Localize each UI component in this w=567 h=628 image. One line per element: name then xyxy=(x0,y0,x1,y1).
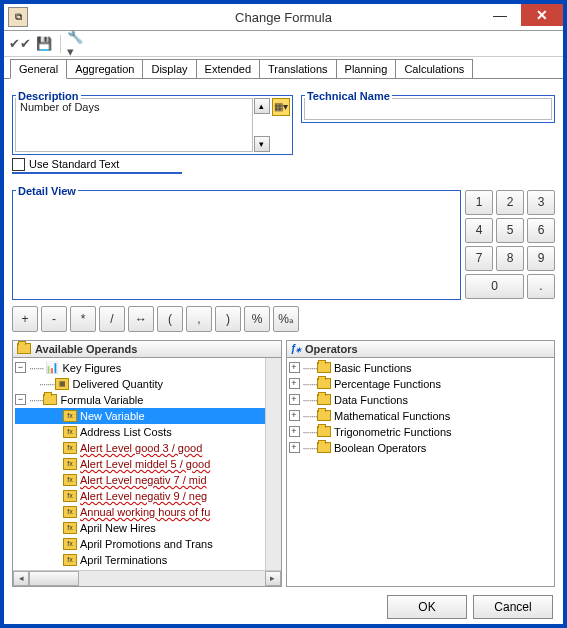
scroll-thumb[interactable] xyxy=(29,571,79,586)
available-operands-header: Available Operands xyxy=(13,341,281,358)
variable-icon: fx xyxy=(63,410,77,422)
variable-icon: fx xyxy=(63,458,77,470)
expand-icon[interactable]: + xyxy=(289,442,300,453)
op-plus[interactable]: + xyxy=(12,306,38,332)
tab-calculations[interactable]: Calculations xyxy=(395,59,473,78)
variable-icon: fx xyxy=(63,522,77,534)
horizontal-scrollbar[interactable]: ◂ ▸ xyxy=(13,570,281,586)
node-percentage-functions[interactable]: Percentage Functions xyxy=(334,378,441,390)
tab-extended[interactable]: Extended xyxy=(196,59,260,78)
description-input[interactable]: Number of Days xyxy=(15,98,253,152)
tree-item[interactable]: Alert Level negativ 9 / neg xyxy=(80,490,207,502)
operators-panel: ƒ⁎ Operators +······· Basic Functions +·… xyxy=(286,340,556,587)
scroll-up-icon[interactable]: ▴ xyxy=(254,98,270,114)
tab-display[interactable]: Display xyxy=(142,59,196,78)
key-5[interactable]: 5 xyxy=(496,218,524,243)
tab-planning[interactable]: Planning xyxy=(336,59,397,78)
tree-item[interactable]: April Terminations xyxy=(80,554,167,566)
variable-icon: fx xyxy=(63,426,77,438)
collapse-icon[interactable]: − xyxy=(15,394,26,405)
expand-icon[interactable]: + xyxy=(289,378,300,389)
toolbar: ✔✔ 💾 🔧▾ xyxy=(4,31,563,56)
op-lparen[interactable]: ( xyxy=(157,306,183,332)
tree-item[interactable]: Alert Level negativ 7 / mid xyxy=(80,474,207,486)
cancel-button[interactable]: Cancel xyxy=(473,595,553,619)
vertical-scrollbar[interactable] xyxy=(265,358,281,570)
close-button[interactable]: ✕ xyxy=(521,4,563,26)
titlebar: ⧉ Change Formula — ✕ xyxy=(4,4,563,31)
tree-item[interactable]: Alert Level middel 5 / good xyxy=(80,458,210,470)
variable-icon: fx xyxy=(63,474,77,486)
key-dot[interactable]: . xyxy=(527,274,555,299)
minimize-button[interactable]: — xyxy=(479,4,521,26)
available-operands-title: Available Operands xyxy=(35,343,137,355)
folder-icon xyxy=(17,343,31,354)
expand-icon[interactable]: + xyxy=(289,426,300,437)
save-icon[interactable]: 💾 xyxy=(34,34,54,54)
op-comma[interactable]: , xyxy=(186,306,212,332)
tab-translations[interactable]: Translations xyxy=(259,59,337,78)
scroll-left-icon[interactable]: ◂ xyxy=(13,571,29,586)
tree-item[interactable]: Address List Costs xyxy=(80,426,172,438)
expand-icon[interactable]: + xyxy=(289,362,300,373)
op-divide[interactable]: / xyxy=(99,306,125,332)
operands-tree[interactable]: −······· 📊 Key Figures ········ ▦Deliver… xyxy=(13,358,281,586)
folder-icon xyxy=(317,362,331,373)
wrench-icon[interactable]: 🔧▾ xyxy=(67,34,87,54)
detail-view-box[interactable] xyxy=(12,190,461,300)
tree-item[interactable]: Annual working hours of fu xyxy=(80,506,210,518)
operators-tree[interactable]: +······· Basic Functions +······· Percen… xyxy=(287,358,555,586)
op-percent-a[interactable]: %ₐ xyxy=(273,306,299,332)
description-frame: Number of Days ▴ ▾ ▦▾ xyxy=(12,95,293,155)
node-mathematical-functions[interactable]: Mathematical Functions xyxy=(334,410,450,422)
key-3[interactable]: 3 xyxy=(527,190,555,215)
op-minus[interactable]: - xyxy=(41,306,67,332)
app-icon: ⧉ xyxy=(8,7,28,27)
node-data-functions[interactable]: Data Functions xyxy=(334,394,408,406)
change-formula-dialog: ⧉ Change Formula — ✕ ✔✔ 💾 🔧▾ General Agg… xyxy=(3,3,564,625)
key-2[interactable]: 2 xyxy=(496,190,524,215)
dialog-footer: OK Cancel xyxy=(4,591,563,624)
description-label: Description xyxy=(16,90,81,102)
expand-icon[interactable]: + xyxy=(289,410,300,421)
key-8[interactable]: 8 xyxy=(496,246,524,271)
expand-icon[interactable]: + xyxy=(289,394,300,405)
tab-general[interactable]: General xyxy=(10,59,67,79)
key-1[interactable]: 1 xyxy=(465,190,493,215)
node-new-variable[interactable]: New Variable xyxy=(80,410,145,422)
variable-icon: fx xyxy=(63,554,77,566)
description-picker-button[interactable]: ▦▾ xyxy=(272,98,290,116)
tree-item[interactable]: April Promotions and Trans xyxy=(80,538,213,550)
tree-item[interactable]: April New Hires xyxy=(80,522,156,534)
key-0[interactable]: 0 xyxy=(465,274,524,299)
key-9[interactable]: 9 xyxy=(527,246,555,271)
operators-header: ƒ⁎ Operators xyxy=(287,341,555,358)
detail-view-label: Detail View xyxy=(16,185,78,197)
op-multiply[interactable]: * xyxy=(70,306,96,332)
use-standard-text-row[interactable]: Use Standard Text xyxy=(12,157,182,174)
node-trigonometric-functions[interactable]: Trigonometric Functions xyxy=(334,426,452,438)
node-key-figures[interactable]: Key Figures xyxy=(62,362,121,374)
op-swap[interactable]: ↔ xyxy=(128,306,154,332)
node-basic-functions[interactable]: Basic Functions xyxy=(334,362,412,374)
key-7[interactable]: 7 xyxy=(465,246,493,271)
key-figure-icon: ▦ xyxy=(55,378,69,390)
node-boolean-operators[interactable]: Boolean Operators xyxy=(334,442,426,454)
tree-item[interactable]: Alert Level good 3 / good xyxy=(80,442,202,454)
use-standard-text-checkbox[interactable] xyxy=(12,158,25,171)
node-formula-variable[interactable]: Formula Variable xyxy=(60,394,143,406)
scroll-down-icon[interactable]: ▾ xyxy=(254,136,270,152)
node-delivered-quantity[interactable]: Delivered Quantity xyxy=(72,378,163,390)
scroll-right-icon[interactable]: ▸ xyxy=(265,571,281,586)
ok-button[interactable]: OK xyxy=(387,595,467,619)
key-4[interactable]: 4 xyxy=(465,218,493,243)
collapse-icon[interactable]: − xyxy=(15,362,26,373)
op-percent[interactable]: % xyxy=(244,306,270,332)
operators-title: Operators xyxy=(305,343,358,355)
op-rparen[interactable]: ) xyxy=(215,306,241,332)
check-icon[interactable]: ✔✔ xyxy=(10,34,30,54)
tab-aggregation[interactable]: Aggregation xyxy=(66,59,143,78)
folder-icon xyxy=(317,442,331,453)
key-6[interactable]: 6 xyxy=(527,218,555,243)
fx-icon: ƒ⁎ xyxy=(291,343,302,354)
